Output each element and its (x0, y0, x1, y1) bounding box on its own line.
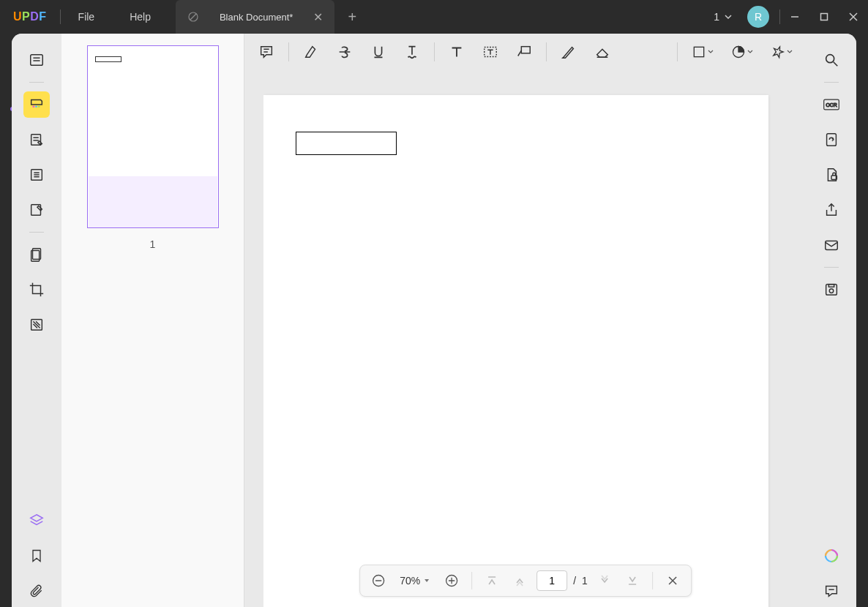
eraser-tool-button[interactable] (586, 38, 618, 66)
titlebar: UPDF File Help Blank Document* ✕ + 1 R (0, 0, 868, 34)
svg-line-1 (190, 14, 196, 20)
redact-button[interactable] (23, 312, 50, 338)
zoom-level-dropdown[interactable]: 70% (395, 575, 435, 587)
chat-button[interactable] (818, 578, 845, 604)
document-tab[interactable]: Blank Document* ✕ (176, 0, 334, 34)
close-bottom-bar-button[interactable] (662, 570, 684, 592)
reader-mode-button[interactable] (23, 47, 50, 73)
first-page-button[interactable] (481, 570, 503, 592)
zoom-level-value: 70% (400, 575, 420, 587)
close-window-button[interactable] (839, 0, 868, 34)
share-button[interactable] (818, 197, 845, 223)
chevron-down-icon (787, 49, 793, 55)
protect-button[interactable] (818, 162, 845, 188)
current-page-input[interactable] (536, 570, 567, 591)
app-logo: UPDF (0, 10, 60, 23)
page-indicator: / 1 (536, 570, 588, 591)
ai-assistant-button[interactable] (818, 543, 845, 569)
svg-point-41 (826, 55, 834, 63)
page-canvas-area[interactable] (263, 78, 792, 607)
save-button[interactable] (818, 276, 845, 303)
squiggly-tool-button[interactable] (396, 38, 428, 66)
prev-page-button[interactable] (509, 570, 531, 592)
new-tab-button[interactable]: + (334, 9, 370, 26)
highlight-tool-button[interactable] (295, 38, 327, 66)
thumbnail-panel: 1 (61, 34, 244, 607)
svg-rect-3 (821, 14, 828, 20)
ocr-button[interactable]: OCR (818, 91, 845, 118)
shape-tool-dropdown[interactable] (684, 38, 722, 66)
content-area: 70% / 1 (244, 34, 807, 607)
svg-rect-47 (826, 241, 838, 250)
callout-tool-button[interactable] (508, 38, 540, 66)
svg-rect-6 (31, 55, 43, 66)
strikethrough-tool-button[interactable] (329, 38, 361, 66)
maximize-button[interactable] (809, 0, 839, 34)
next-page-button[interactable] (594, 570, 616, 592)
attachment-button[interactable] (23, 578, 50, 604)
thumbnail-viewport-overlay (89, 176, 217, 227)
svg-rect-50 (828, 284, 834, 287)
window-count-value: 1 (714, 11, 719, 23)
fill-sign-button[interactable] (23, 197, 50, 223)
svg-text:OCR: OCR (826, 102, 837, 108)
svg-rect-28 (521, 47, 530, 53)
annotation-toolbar (244, 34, 807, 70)
convert-button[interactable] (818, 127, 845, 153)
annotation-rectangle[interactable] (296, 132, 397, 155)
zoom-in-button[interactable] (441, 570, 463, 592)
thumbnail-page-number: 1 (73, 238, 232, 250)
last-page-button[interactable] (621, 570, 643, 592)
organize-pages-button[interactable] (23, 162, 50, 188)
bottom-toolbar: 70% / 1 (359, 565, 692, 597)
text-tool-button[interactable] (441, 38, 473, 66)
chevron-down-icon (708, 49, 714, 55)
svg-rect-45 (827, 134, 837, 146)
chevron-down-icon (724, 12, 733, 21)
email-button[interactable] (818, 232, 845, 258)
page-separator: / (573, 575, 576, 587)
pencil-tool-button[interactable] (553, 38, 585, 66)
sticker-tool-dropdown[interactable] (763, 38, 801, 66)
textbox-tool-button[interactable] (474, 38, 506, 66)
close-tab-icon[interactable]: ✕ (313, 10, 323, 24)
blank-doc-icon (187, 11, 199, 23)
minimize-button[interactable] (780, 0, 809, 34)
total-pages: 1 (582, 575, 588, 587)
chevron-down-icon (747, 49, 753, 55)
window-count-dropdown[interactable]: 1 (709, 11, 737, 23)
document-page[interactable] (263, 95, 768, 607)
left-rail (12, 34, 61, 607)
stamp-tool-dropdown[interactable] (723, 38, 761, 66)
thumbnail-content-rect (95, 56, 121, 62)
svg-rect-30 (694, 47, 703, 56)
svg-line-42 (834, 62, 838, 67)
tab-title: Blank Document* (220, 12, 293, 23)
page-thumbnail-1[interactable] (87, 45, 219, 228)
edit-mode-button[interactable] (23, 127, 50, 153)
search-button[interactable] (818, 47, 845, 73)
note-tool-button[interactable] (250, 38, 283, 66)
app-body: 1 (12, 34, 856, 607)
comment-mode-button[interactable] (23, 91, 50, 118)
zoom-out-button[interactable] (367, 570, 389, 592)
layers-button[interactable] (23, 508, 50, 534)
menu-help[interactable]: Help (112, 11, 168, 23)
bookmark-button[interactable] (23, 543, 50, 569)
right-rail: OCR (807, 34, 856, 607)
user-avatar[interactable]: R (747, 6, 769, 28)
dropdown-triangle-icon (423, 577, 430, 584)
crop-button[interactable] (23, 276, 50, 303)
menu-file[interactable]: File (61, 11, 113, 23)
page-tools-button[interactable] (23, 241, 50, 268)
underline-tool-button[interactable] (362, 38, 394, 66)
svg-point-49 (829, 289, 834, 293)
